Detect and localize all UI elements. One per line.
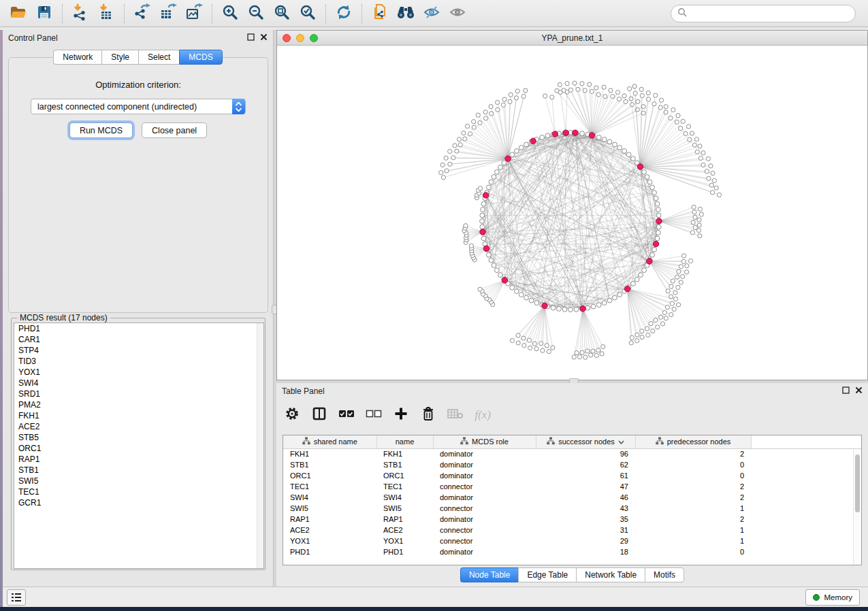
sort-chevron-icon xyxy=(618,437,624,446)
task-history-button[interactable] xyxy=(7,589,26,606)
table-cell: YOX1 xyxy=(283,535,376,546)
table-panel: Table Panel f(x) shared namenameMCDS rol… xyxy=(276,383,868,584)
show-columns-button[interactable] xyxy=(310,406,328,424)
table-row[interactable]: FKH1FKH1dominator962 xyxy=(283,448,861,459)
close-panel-icon[interactable] xyxy=(855,386,863,396)
table-row[interactable]: SWI4SWI4dominator462 xyxy=(283,492,861,503)
tab-edge-table[interactable]: Edge Table xyxy=(518,567,576,582)
close-panel-icon[interactable] xyxy=(260,33,268,43)
mcds-result-item[interactable]: PMA2 xyxy=(14,399,263,410)
tab-motifs[interactable]: Motifs xyxy=(645,567,684,582)
table-cell: RAP1 xyxy=(283,514,376,525)
table-scrollbar[interactable] xyxy=(853,449,861,565)
table-cell: 0 xyxy=(635,459,751,470)
table-cell: 2 xyxy=(635,514,751,525)
float-panel-icon[interactable] xyxy=(247,33,255,43)
mcds-result-item[interactable]: RAP1 xyxy=(14,454,263,465)
table-cell: SWI4 xyxy=(376,492,433,503)
zoom-selected-button[interactable] xyxy=(295,3,321,24)
column-header-successor-nodes[interactable]: successor nodes xyxy=(536,435,635,448)
table-row[interactable]: PHD1PHD1dominator180 xyxy=(283,546,861,557)
tab-network[interactable]: Network xyxy=(53,50,101,65)
mcds-result-item[interactable]: SRD1 xyxy=(14,389,263,399)
open-session-button[interactable] xyxy=(5,3,31,24)
add-row-button[interactable] xyxy=(392,406,410,424)
close-window-icon[interactable] xyxy=(283,34,291,42)
eye-icon xyxy=(449,4,466,23)
maximize-window-icon[interactable] xyxy=(310,34,318,42)
minimize-window-icon[interactable] xyxy=(296,34,304,42)
optimization-dropdown[interactable]: largest connected component (undirected) xyxy=(31,99,246,114)
tab-style[interactable]: Style xyxy=(101,50,138,65)
mcds-result-item[interactable]: CAR1 xyxy=(14,334,263,345)
table-row[interactable]: STB1STB1dominator620 xyxy=(283,459,861,470)
float-panel-icon[interactable] xyxy=(842,386,850,396)
gear-icon xyxy=(285,406,300,424)
show-all-button[interactable] xyxy=(445,3,470,24)
column-header-MCDS-role[interactable]: MCDS role xyxy=(433,435,536,448)
run-mcds-button[interactable]: Run MCDS xyxy=(69,122,133,138)
export-network-button[interactable] xyxy=(129,3,155,24)
export-image-button[interactable] xyxy=(181,3,207,24)
table-cell: TEC1 xyxy=(376,481,433,492)
delete-row-button[interactable] xyxy=(419,406,437,424)
search-input[interactable] xyxy=(688,7,855,20)
list-icon xyxy=(12,593,21,602)
network-titlebar[interactable]: YPA_prune.txt_1 xyxy=(277,31,867,46)
node-table: shared namenameMCDS rolesuccessor nodesp… xyxy=(283,435,861,557)
mcds-result-item[interactable]: STB1 xyxy=(14,465,263,476)
table-cell: PHD1 xyxy=(283,546,376,557)
column-header-name[interactable]: name xyxy=(376,435,433,448)
table-row[interactable]: SWI5SWI5connector431 xyxy=(283,503,861,514)
table-scroll-thumb[interactable] xyxy=(855,455,860,512)
mcds-result-item[interactable]: STB5 xyxy=(14,432,263,443)
table-cell: SWI4 xyxy=(283,492,376,503)
mcds-result-item[interactable]: SWI5 xyxy=(14,476,263,486)
memory-button[interactable]: Memory xyxy=(805,589,860,606)
refresh-button[interactable] xyxy=(331,3,357,24)
mcds-result-item[interactable]: ORC1 xyxy=(14,443,263,454)
zoom-fit-button[interactable] xyxy=(269,3,295,24)
tab-node-table[interactable]: Node Table xyxy=(460,567,519,582)
optimization-criterion-label: Optimization criterion: xyxy=(9,80,268,90)
tab-network-table[interactable]: Network Table xyxy=(576,567,645,582)
mcds-result-item[interactable]: YOX1 xyxy=(14,367,263,378)
network-canvas-svg[interactable] xyxy=(277,46,867,380)
mcds-result-item[interactable]: PHD1 xyxy=(14,323,263,334)
mcds-result-item[interactable]: STP4 xyxy=(14,345,263,356)
table-row[interactable]: RAP1RAP1dominator352 xyxy=(283,514,861,525)
import-network-button[interactable] xyxy=(67,3,93,24)
zoom-in-button[interactable] xyxy=(217,3,243,24)
close-panel-button[interactable]: Close panel xyxy=(142,122,207,138)
table-row[interactable]: YOX1YOX1connector291 xyxy=(283,535,861,546)
tab-select[interactable]: Select xyxy=(138,50,179,65)
mcds-result-item[interactable]: GCR1 xyxy=(14,497,263,508)
find-neighbors-button[interactable] xyxy=(393,3,419,24)
deselect-all-button[interactable] xyxy=(365,406,383,424)
column-header-shared-name[interactable]: shared name xyxy=(283,435,376,448)
network-title: YPA_prune.txt_1 xyxy=(542,33,603,43)
table-options-button[interactable] xyxy=(283,406,301,424)
table-row[interactable]: TEC1TEC1connector472 xyxy=(283,481,861,492)
save-session-button[interactable] xyxy=(31,3,57,24)
zoom-out-button[interactable] xyxy=(243,3,269,24)
column-header-predecessor-nodes[interactable]: predecessor nodes xyxy=(635,435,751,448)
mcds-result-item[interactable]: ACE2 xyxy=(14,421,263,432)
table-row[interactable]: ORC1ORC1dominator610 xyxy=(283,470,861,481)
table-cell: FKH1 xyxy=(376,448,433,459)
mcds-result-item[interactable]: TEC1 xyxy=(14,486,263,497)
select-all-button[interactable] xyxy=(338,406,355,424)
network-canvas[interactable] xyxy=(277,46,867,380)
tab-mcds[interactable]: MCDS xyxy=(179,50,222,65)
clone-network-button[interactable] xyxy=(367,3,393,24)
mcds-result-item[interactable]: TID3 xyxy=(14,356,263,367)
import-table-button[interactable] xyxy=(93,3,119,24)
dropdown-stepper-icon xyxy=(232,99,245,114)
export-table-button[interactable] xyxy=(155,3,181,24)
hide-selected-button[interactable] xyxy=(419,3,445,24)
mcds-result-item[interactable]: SWI4 xyxy=(14,378,263,389)
mcds-list-scrollbar[interactable] xyxy=(257,323,263,568)
mcds-result-item[interactable]: FKH1 xyxy=(14,410,263,421)
app-window: Control Panel NetworkStyleSelectMCDS Opt… xyxy=(0,0,868,607)
table-row[interactable]: ACE2ACE2connector311 xyxy=(283,525,861,535)
